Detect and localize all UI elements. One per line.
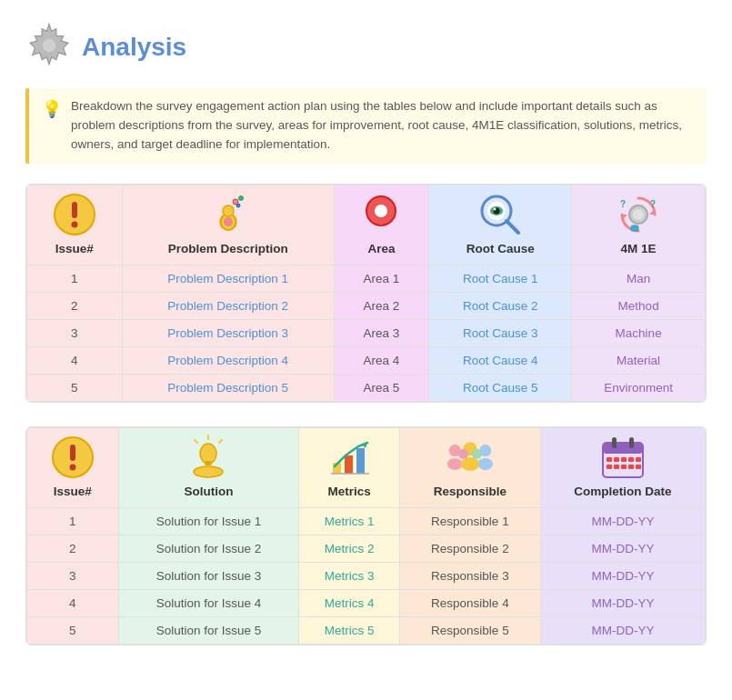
table-row: 3Problem Description 3Area 3Root Cause 3… — [27, 319, 706, 346]
svg-point-50 — [472, 448, 482, 458]
svg-rect-34 — [205, 461, 212, 465]
table-row: 1Solution for Issue 1Metrics 1Responsibl… — [27, 507, 706, 535]
svg-point-4 — [71, 221, 77, 227]
svg-point-49 — [458, 448, 468, 458]
info-box: 💡 Breakdown the survey engagement action… — [25, 88, 707, 164]
t1-header-area: Area — [334, 185, 429, 265]
analysis-table2: Issue# — [26, 427, 706, 645]
svg-rect-59 — [636, 457, 641, 462]
svg-point-6 — [224, 217, 233, 226]
svg-text:?: ? — [650, 199, 656, 209]
svg-point-46 — [477, 458, 493, 470]
svg-rect-30 — [70, 445, 75, 461]
table-row: 4Solution for Issue 4Metrics 4Responsibl… — [27, 589, 706, 616]
svg-rect-60 — [607, 465, 612, 469]
svg-rect-57 — [621, 457, 627, 462]
t2-header-metrics: Metrics — [299, 427, 399, 507]
svg-rect-39 — [345, 455, 353, 474]
table-row: 4Problem Description 4Area 4Root Cause 4… — [27, 346, 706, 374]
svg-point-48 — [461, 457, 479, 471]
svg-rect-64 — [636, 465, 641, 469]
svg-point-32 — [194, 466, 223, 477]
page-title-area: Analysis — [25, 22, 707, 72]
t1-header-rootcause: Root Cause — [429, 185, 572, 265]
svg-line-36 — [195, 440, 197, 443]
table-row: 2Solution for Issue 2Metrics 2Responsibl… — [27, 535, 706, 562]
svg-rect-28 — [631, 225, 638, 231]
t2-header-issue: Issue# — [27, 427, 119, 507]
svg-line-37 — [219, 440, 222, 443]
svg-rect-56 — [614, 457, 619, 462]
svg-rect-54 — [629, 437, 634, 448]
svg-point-31 — [69, 464, 75, 470]
t2-header-solution: Solution — [118, 427, 299, 507]
svg-rect-40 — [356, 448, 365, 474]
svg-point-10 — [238, 195, 243, 200]
svg-point-14 — [375, 205, 387, 217]
svg-point-1 — [43, 39, 55, 52]
svg-point-11 — [236, 204, 240, 207]
table-row: 3Solution for Issue 3Metrics 3Responsibl… — [27, 562, 706, 589]
svg-point-23 — [633, 209, 644, 220]
svg-point-20 — [494, 207, 496, 210]
t2-header-completion: Completion Date — [540, 427, 705, 507]
table1-wrap: Issue# — [25, 184, 707, 403]
t2-header-responsible: Responsible — [399, 427, 540, 507]
info-text: Breakdown the survey engagement action p… — [71, 97, 694, 155]
svg-text:?: ? — [620, 199, 626, 209]
svg-rect-3 — [72, 202, 77, 218]
svg-point-44 — [447, 458, 463, 470]
table-row: 5Solution for Issue 5Metrics 5Responsibl… — [27, 616, 706, 644]
svg-rect-63 — [628, 465, 634, 469]
svg-point-33 — [200, 444, 216, 464]
table-row: 1Problem Description 1Area 1Root Cause 1… — [27, 265, 706, 292]
table-row: 2Problem Description 2Area 2Root Cause 2… — [27, 292, 706, 319]
svg-point-8 — [223, 205, 234, 216]
title-text: Analysis — [82, 33, 186, 62]
table2-wrap: Issue# — [25, 426, 707, 645]
t1-header-4m1e: ? ? 4M 1E — [572, 185, 706, 265]
t1-header-problem: Problem Description — [122, 185, 334, 265]
svg-rect-58 — [628, 457, 634, 462]
t1-header-issue: Issue# — [27, 185, 123, 265]
svg-rect-61 — [614, 465, 619, 469]
svg-line-21 — [506, 221, 518, 233]
svg-rect-53 — [612, 437, 617, 448]
table-row: 5Problem Description 5Area 5Root Cause 5… — [27, 374, 706, 401]
svg-rect-52 — [603, 443, 643, 454]
svg-rect-55 — [607, 457, 612, 462]
svg-rect-62 — [621, 465, 627, 469]
bulb-icon: 💡 — [42, 99, 62, 119]
gear-icon — [25, 22, 73, 72]
analysis-table1: Issue# — [26, 185, 706, 402]
